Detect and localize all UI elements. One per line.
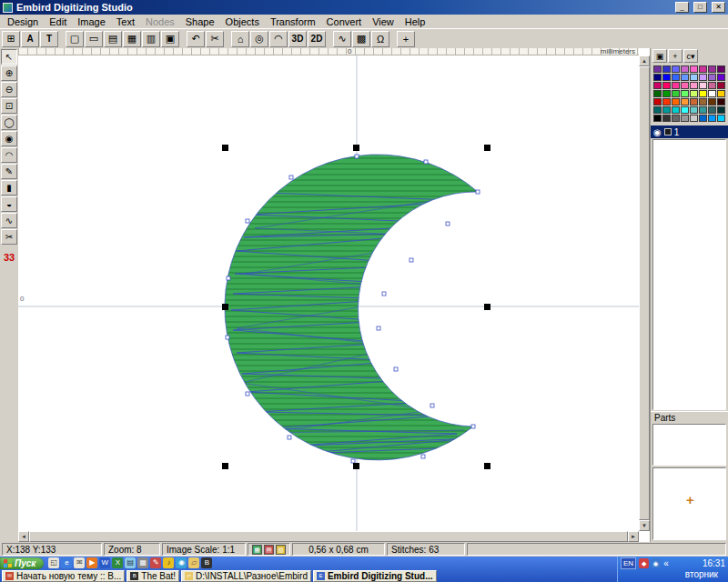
menu-text[interactable]: Text: [111, 15, 140, 28]
maximize-button[interactable]: □: [693, 2, 707, 13]
palette-color-4[interactable]: [681, 65, 689, 73]
palette-color-44[interactable]: [681, 106, 689, 114]
palette-color-6[interactable]: [699, 65, 707, 73]
cut-button[interactable]: ✂: [206, 31, 224, 47]
palette-color-29[interactable]: [690, 90, 698, 97]
palette-color-11[interactable]: [672, 74, 680, 81]
palette-color-2[interactable]: [662, 65, 671, 73]
open-design-button[interactable]: ▭: [85, 31, 103, 47]
tray-antivirus-icon[interactable]: ◆: [639, 558, 649, 568]
music-icon[interactable]: ♪: [163, 557, 174, 568]
palette-color-35[interactable]: [672, 98, 680, 105]
object-list[interactable]: [652, 139, 726, 410]
new-design-button[interactable]: ▢: [66, 31, 84, 47]
task-forum[interactable]: ✉Начать новую тему :: В...: [2, 570, 125, 582]
palette-color-28[interactable]: [681, 90, 689, 97]
menu-image[interactable]: Image: [72, 15, 111, 28]
palette-color-26[interactable]: [662, 90, 671, 97]
parts-list[interactable]: [652, 424, 726, 466]
menu-objects[interactable]: Objects: [220, 15, 265, 28]
palette-color-56[interactable]: [717, 115, 725, 122]
palette-color-36[interactable]: [681, 98, 689, 105]
task-explorer[interactable]: ▱D:\INSTALL\Разное\Embird: [181, 570, 311, 582]
palette-color-51[interactable]: [672, 115, 680, 122]
messenger-icon[interactable]: ◉: [176, 557, 187, 568]
menu-design[interactable]: Design: [2, 15, 44, 28]
internet-explorer-icon[interactable]: e: [61, 557, 72, 568]
palette-color-53[interactable]: [690, 115, 698, 122]
palette-color-15[interactable]: [708, 74, 716, 81]
palette-color-40[interactable]: [717, 98, 725, 105]
object-list-row[interactable]: ◉ 1: [651, 125, 728, 138]
palette-color-1[interactable]: [653, 65, 662, 73]
palette-color-19[interactable]: [672, 82, 680, 89]
palette-color-30[interactable]: [699, 90, 707, 97]
palette-color-16[interactable]: [717, 74, 725, 81]
excel-icon[interactable]: X: [112, 557, 123, 568]
image-mode-button[interactable]: ⊞: [2, 31, 20, 47]
close-button[interactable]: ✕: [712, 2, 725, 13]
palette-color-23[interactable]: [708, 82, 716, 89]
palette-color-32[interactable]: [717, 90, 725, 97]
task-embird[interactable]: EEmbird Digitizing Stud...: [313, 570, 437, 582]
palette-color-13[interactable]: [690, 74, 698, 81]
mail-icon[interactable]: ✉: [74, 557, 85, 568]
palette-color-22[interactable]: [699, 82, 707, 89]
menu-transform[interactable]: Transform: [265, 15, 321, 28]
palette-color-9[interactable]: [653, 74, 662, 81]
palette-color-8[interactable]: [717, 65, 725, 73]
copy-button[interactable]: ▣: [161, 31, 179, 47]
palette-color-52[interactable]: [681, 115, 689, 122]
menu-shape[interactable]: Shape: [180, 15, 220, 28]
palette-color-21[interactable]: [690, 82, 698, 89]
shape-pentagon-button[interactable]: ⌂: [231, 31, 249, 47]
grid-toggle-button[interactable]: ▩: [352, 31, 370, 47]
palette-color-49[interactable]: [653, 115, 662, 122]
palette-color-12[interactable]: [681, 74, 689, 81]
shape-circle-button[interactable]: ◎: [250, 31, 268, 47]
paint-icon[interactable]: ✎: [150, 557, 161, 568]
tray-collapse-button[interactable]: «: [663, 558, 669, 568]
save-design-button[interactable]: ▦: [123, 31, 141, 47]
palette-color-14[interactable]: [699, 74, 707, 81]
palette-color-24[interactable]: [717, 82, 725, 89]
palette-color-54[interactable]: [699, 115, 707, 122]
palette-color-39[interactable]: [708, 98, 716, 105]
palette-color-45[interactable]: [690, 106, 698, 114]
palette-color-46[interactable]: [699, 106, 707, 114]
thread-catalog-button[interactable]: ▣: [652, 49, 667, 63]
vertical-scroll-thumb[interactable]: [639, 66, 650, 520]
palette-color-38[interactable]: [699, 98, 707, 105]
calculator-icon[interactable]: ▦: [137, 557, 148, 568]
shape-arc-button[interactable]: ◠: [269, 31, 288, 47]
palette-color-25[interactable]: [653, 90, 662, 97]
palette-color-55[interactable]: [708, 115, 716, 122]
fill-region-tool[interactable]: ◉: [1, 131, 17, 146]
menu-help[interactable]: Help: [399, 15, 431, 28]
start-button[interactable]: Пуск: [0, 557, 44, 569]
sfumato-tool[interactable]: ◒: [1, 196, 17, 212]
select-tool[interactable]: ↖: [1, 49, 17, 65]
media-player-icon[interactable]: ▶: [86, 557, 97, 568]
center-design-button[interactable]: +: [397, 31, 415, 47]
lettering-button[interactable]: A: [21, 31, 39, 47]
scroll-left-button[interactable]: ◄: [18, 531, 29, 542]
connection-tool[interactable]: ∿: [1, 213, 17, 228]
tray-volume-icon[interactable]: ◉: [651, 558, 661, 568]
view-2d-button[interactable]: 2D: [308, 31, 326, 47]
stitch-simulator-button[interactable]: ∿: [333, 31, 351, 47]
palette-color-10[interactable]: [662, 74, 671, 81]
palette-color-33[interactable]: [653, 98, 662, 105]
zoom-in-tool[interactable]: ⊕: [1, 65, 17, 81]
palette-color-3[interactable]: [672, 65, 680, 73]
zoom-window-tool[interactable]: ⊡: [1, 98, 17, 114]
minimize-button[interactable]: _: [675, 2, 689, 13]
print-button[interactable]: ▥: [142, 31, 160, 47]
notepad-icon[interactable]: ▤: [125, 557, 136, 568]
palette-color-17[interactable]: [653, 82, 662, 89]
magnet-button[interactable]: Ω: [371, 31, 389, 47]
design-canvas[interactable]: 0: [18, 55, 639, 531]
pencil-tool[interactable]: ✎: [1, 164, 17, 179]
visibility-eye-icon[interactable]: ◉: [653, 127, 662, 137]
menu-edit[interactable]: Edit: [44, 15, 72, 28]
